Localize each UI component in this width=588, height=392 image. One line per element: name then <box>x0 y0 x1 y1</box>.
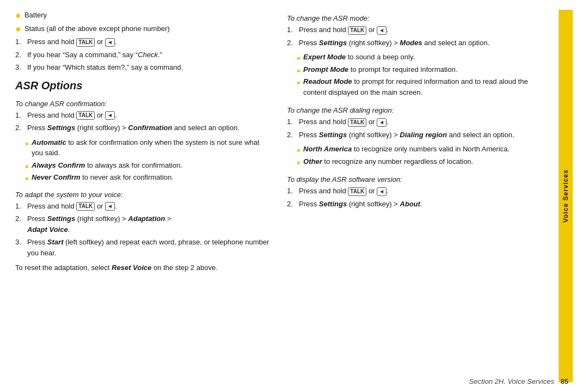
left-column: ● Battery ● Status (all of the above exc… <box>15 10 272 382</box>
top-steps: 1. Press and hold TALK or ◄. 2. If you h… <box>15 36 272 75</box>
asr-options-title: ASR Options <box>15 79 272 92</box>
back-button-icon: ◄ <box>377 118 387 127</box>
back-button-icon: ◄ <box>105 111 115 120</box>
step-number: 1. <box>15 36 24 47</box>
sub-bullet-text: Never Confirm to never ask for confirmat… <box>32 172 174 183</box>
bullet-icon: ● <box>15 10 21 22</box>
step-number: 2. <box>15 50 24 60</box>
talk-button-icon: TALK <box>348 187 366 196</box>
right-column: To change the ASR mode: 1. Press and hol… <box>287 10 543 382</box>
step-number: 2. <box>15 213 24 235</box>
step-text: Press Settings (right softkey) > Confirm… <box>27 122 240 133</box>
step-2: 2. Press Settings (right softkey) > Abou… <box>287 199 543 210</box>
step-text: Press and hold TALK or ◄. <box>299 24 389 35</box>
sub-bullet-readout: ■ Readout Mode to prompt for required in… <box>297 76 543 97</box>
step-text: Press Settings (right softkey) > Modes a… <box>299 38 489 48</box>
subsection-asr-mode: To change the ASR mode: <box>287 14 543 22</box>
talk-button-icon: TALK <box>348 118 366 127</box>
square-bullet-icon: ■ <box>25 139 28 158</box>
asr-dialing-steps: 1. Press and hold TALK or ◄. 2. Press Se… <box>287 117 543 142</box>
voice-services-tab: Voice Services <box>559 10 573 382</box>
sidebar-label: Voice Services <box>562 169 569 223</box>
sub-bullet-expert: ■ Expert Mode to sound a beep only. <box>297 52 543 63</box>
adapt-voice-steps: 1. Press and hold TALK or ◄. 2. Press Se… <box>15 201 272 261</box>
sub-bullet-automatic: ■ Automatic to ask for confirmation only… <box>25 137 272 158</box>
sub-bullet-other: ■ Other to recognize any number regardle… <box>297 156 543 167</box>
step-text: Press and hold TALK or ◄. <box>299 186 389 197</box>
sub-bullet-north-america: ■ North America to recognize only number… <box>297 144 543 155</box>
top-step-2: 2. If you hear “Say a command,” say “Che… <box>15 50 272 60</box>
step-number: 2. <box>287 38 296 48</box>
talk-button-icon: TALK <box>348 26 366 35</box>
step-text: If you hear “Which status item?,” say a … <box>27 62 183 73</box>
talk-button-icon: TALK <box>76 202 95 211</box>
bullet-text: Status (all of the above except phone nu… <box>24 23 170 34</box>
step-text: Press and hold TALK or ◄. <box>27 201 117 212</box>
top-step-3: 3. If you hear “Which status item?,” say… <box>15 62 272 73</box>
step-1: 1. Press and hold TALK or ◄. <box>15 110 272 121</box>
sub-bullet-always-confirm: ■ Always Confirm to always ask for confi… <box>25 160 272 171</box>
bullet-status: ● Status (all of the above except phone … <box>15 23 272 35</box>
step-number: 3. <box>15 62 24 73</box>
bullet-icon: ● <box>15 23 21 35</box>
square-bullet-icon: ■ <box>297 54 300 63</box>
step-1: 1. Press and hold TALK or ◄. <box>287 186 543 197</box>
subsection-adapt-voice: To adapt the system to your voice: <box>15 191 272 199</box>
step-text: Press Start (left softkey) and repeat ea… <box>27 237 272 258</box>
mode-sub-bullets: ■ Expert Mode to sound a beep only. ■ Pr… <box>287 52 543 99</box>
step-text: Press and hold TALK or ◄. <box>299 117 389 127</box>
sub-bullet-text: Other to recognize any number regardless… <box>303 156 473 167</box>
back-button-icon: ◄ <box>105 202 115 211</box>
step-text: Press and hold TALK or ◄. <box>27 110 117 121</box>
reset-voice-note: To reset the adaptation, select Reset Vo… <box>15 262 272 273</box>
step-number: 2. <box>15 122 24 133</box>
top-step-1: 1. Press and hold TALK or ◄. <box>15 36 272 47</box>
step-text: Press Settings (right softkey) > Adaptat… <box>27 213 171 235</box>
sub-bullet-prompt: ■ Prompt Mode to prompt for required inf… <box>297 64 543 75</box>
square-bullet-icon: ■ <box>25 162 28 171</box>
step-1: 1. Press and hold TALK or ◄. <box>15 201 272 212</box>
step-number: 1. <box>287 186 296 197</box>
subsection-asr-dialing: To change the ASR dialing region: <box>287 106 543 114</box>
step-3: 3. Press Start (left softkey) and repeat… <box>15 237 272 258</box>
step-text: Press Settings (right softkey) > Dialing… <box>299 130 514 140</box>
step-number: 3. <box>15 237 24 258</box>
square-bullet-icon: ■ <box>297 78 300 97</box>
step-2: 2. Press Settings (right softkey) > Mode… <box>287 38 543 48</box>
sub-bullet-text: Automatic to ask for confirmation only w… <box>32 137 272 158</box>
step-2: 2. Press Settings (right softkey) > Dial… <box>287 130 543 140</box>
sub-bullet-text: North America to recognize only numbers … <box>303 144 510 155</box>
square-bullet-icon: ■ <box>297 158 300 167</box>
talk-button-icon: TALK <box>76 111 95 120</box>
step-1: 1. Press and hold TALK or ◄. <box>287 24 543 35</box>
subsection-asr-confirmation: To change ASR confirmation: <box>15 100 272 108</box>
square-bullet-icon: ■ <box>297 66 300 75</box>
square-bullet-icon: ■ <box>25 174 28 183</box>
step-1: 1. Press and hold TALK or ◄. <box>287 117 543 127</box>
footer: Section 2H. Voice Services 85 <box>469 377 568 385</box>
back-button-icon: ◄ <box>377 187 387 196</box>
footer-section-text: Section 2H. Voice Services <box>469 377 554 385</box>
step-2: 2. Press Settings (right softkey) > Conf… <box>15 122 272 133</box>
back-button-icon: ◄ <box>105 38 115 47</box>
talk-button-icon: TALK <box>76 38 95 47</box>
sub-bullet-text: Expert Mode to sound a beep only. <box>303 52 415 63</box>
asr-confirmation-steps: 1. Press and hold TALK or ◄. 2. Press Se… <box>15 110 272 136</box>
footer-page-number: 85 <box>561 377 568 385</box>
step-number: 2. <box>287 199 296 210</box>
step-number: 2. <box>287 130 296 140</box>
sub-bullet-text: Prompt Mode to prompt for required infor… <box>303 64 457 75</box>
step-text: Press Settings (right softkey) > About. <box>299 199 422 210</box>
step-number: 1. <box>287 117 296 127</box>
step-number: 1. <box>15 201 24 212</box>
square-bullet-icon: ■ <box>297 146 300 155</box>
step-text: If you hear “Say a command,” say “Check.… <box>27 50 162 60</box>
bullet-battery: ● Battery <box>15 10 272 22</box>
back-button-icon: ◄ <box>377 26 387 35</box>
main-content: ● Battery ● Status (all of the above exc… <box>0 0 588 392</box>
dialing-sub-bullets: ■ North America to recognize only number… <box>287 144 543 168</box>
sub-bullet-text: Always Confirm to always ask for confirm… <box>32 160 182 171</box>
confirmation-sub-bullets: ■ Automatic to ask for confirmation only… <box>15 137 272 185</box>
step-text: Press and hold TALK or ◄. <box>27 36 117 47</box>
step-2: 2. Press Settings (right softkey) > Adap… <box>15 213 272 235</box>
